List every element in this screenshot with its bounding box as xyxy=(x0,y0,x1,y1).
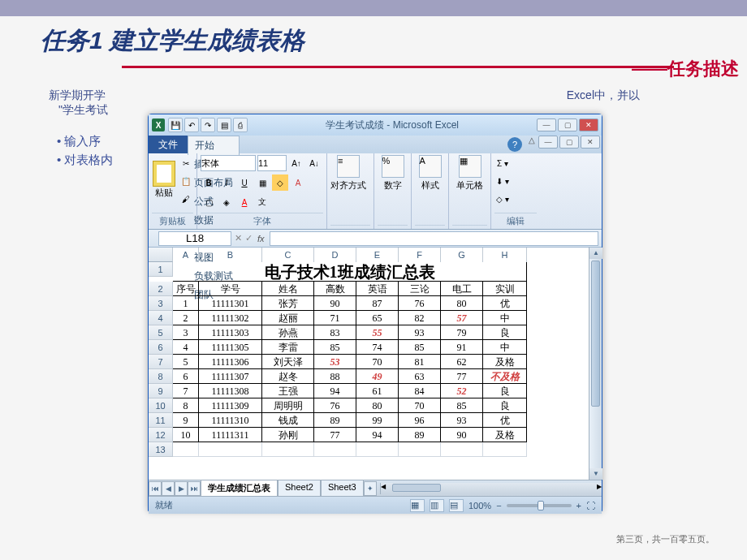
last-sheet-icon[interactable]: ⏭ xyxy=(188,481,201,496)
data-cell[interactable]: 94 xyxy=(314,384,356,398)
data-cell[interactable]: 11111301 xyxy=(199,296,262,311)
normal-view-icon[interactable]: ▦ xyxy=(410,499,425,512)
font-name-select[interactable] xyxy=(201,155,256,171)
data-cell[interactable]: 11111311 xyxy=(199,428,262,442)
header-cell[interactable]: 三论 xyxy=(399,282,441,296)
paste-button[interactable]: 粘贴 xyxy=(152,155,176,204)
fullscreen-icon[interactable]: ⛶ xyxy=(586,501,595,510)
ribbon-tab-0[interactable]: 开始 xyxy=(188,136,240,155)
decrease-font-icon[interactable]: A↓ xyxy=(306,155,322,171)
row-header[interactable]: 3 xyxy=(149,296,173,311)
data-cell[interactable]: 71 xyxy=(314,311,356,325)
clear-icon[interactable]: ◇ ▾ xyxy=(494,191,511,207)
data-cell[interactable]: 11111309 xyxy=(199,398,262,413)
row-header[interactable]: 4 xyxy=(149,311,173,325)
data-cell[interactable]: 85 xyxy=(441,398,483,413)
sheet-tab[interactable]: Sheet3 xyxy=(321,480,364,497)
data-cell[interactable]: 赵冬 xyxy=(262,369,314,384)
data-cell[interactable]: 57 xyxy=(441,311,483,325)
sheet-title-cell[interactable]: 电子技术1班成绩汇总表 xyxy=(173,262,527,282)
data-cell[interactable]: 王强 xyxy=(262,384,314,398)
data-cell[interactable]: 70 xyxy=(356,355,399,369)
header-cell[interactable]: 电工 xyxy=(441,282,483,296)
maximize-button[interactable]: ▢ xyxy=(558,118,577,131)
data-cell[interactable]: 良 xyxy=(483,398,527,413)
data-cell[interactable]: 中 xyxy=(483,340,527,355)
zoom-level[interactable]: 100% xyxy=(468,501,491,510)
select-all-corner[interactable] xyxy=(149,248,173,262)
column-header[interactable]: B xyxy=(199,248,262,262)
bold-button[interactable]: B xyxy=(201,174,217,191)
header-cell[interactable]: 姓名 xyxy=(262,282,314,296)
header-cell[interactable]: 高数 xyxy=(314,282,356,296)
styles-button[interactable]: A样式 xyxy=(415,155,445,192)
data-cell[interactable]: 87 xyxy=(356,296,399,311)
column-header[interactable]: F xyxy=(399,248,441,262)
name-box[interactable] xyxy=(158,231,231,246)
empty-cell[interactable] xyxy=(262,442,314,457)
data-cell[interactable]: 赵丽 xyxy=(262,311,314,325)
data-cell[interactable]: 1 xyxy=(173,296,199,311)
page-break-view-icon[interactable]: ▤ xyxy=(449,499,464,512)
column-header[interactable]: H xyxy=(483,248,527,262)
data-cell[interactable]: 85 xyxy=(314,340,356,355)
copy-icon[interactable]: 📋 xyxy=(178,173,194,189)
border-icon[interactable]: ▦ xyxy=(254,174,270,191)
data-cell[interactable]: 99 xyxy=(356,413,399,428)
data-cell[interactable]: 76 xyxy=(399,296,441,311)
workbook-close-button[interactable]: ✕ xyxy=(581,136,600,149)
minimize-ribbon-icon[interactable]: △ xyxy=(525,136,538,153)
data-cell[interactable]: 70 xyxy=(399,398,441,413)
fx-icon[interactable]: fx xyxy=(257,234,265,243)
row-header[interactable]: 2 xyxy=(149,282,173,296)
zoom-out-icon[interactable]: − xyxy=(496,501,501,510)
data-cell[interactable]: 及格 xyxy=(483,428,527,442)
empty-cell[interactable] xyxy=(399,442,441,457)
fill-icon[interactable]: ◈ xyxy=(218,194,235,210)
row-header[interactable]: 5 xyxy=(149,325,173,340)
row-header[interactable]: 6 xyxy=(149,340,173,355)
italic-button[interactable]: I xyxy=(218,174,235,191)
formula-input[interactable] xyxy=(270,231,598,246)
font-color-dropdown-icon[interactable]: A xyxy=(236,194,253,210)
row-header[interactable]: 8 xyxy=(149,369,173,384)
column-header[interactable]: D xyxy=(314,248,356,262)
data-cell[interactable]: 11111308 xyxy=(199,384,262,398)
page-layout-view-icon[interactable]: ▥ xyxy=(430,499,444,512)
data-cell[interactable]: 61 xyxy=(356,384,399,398)
font-color-icon[interactable]: A xyxy=(290,174,306,191)
data-cell[interactable]: 93 xyxy=(441,413,483,428)
qat-icon[interactable]: ▤ xyxy=(217,118,231,132)
data-cell[interactable]: 5 xyxy=(173,355,199,369)
data-cell[interactable]: 55 xyxy=(356,325,399,340)
workbook-min-button[interactable]: — xyxy=(538,136,558,149)
data-cell[interactable]: 6 xyxy=(173,369,199,384)
format-painter-icon[interactable]: 🖌 xyxy=(178,191,194,207)
data-cell[interactable]: 11111310 xyxy=(199,413,262,428)
data-cell[interactable]: 刘天泽 xyxy=(262,355,314,369)
data-cell[interactable]: 11111303 xyxy=(199,325,262,340)
header-cell[interactable]: 实训 xyxy=(483,282,527,296)
header-cell[interactable]: 序号 xyxy=(173,282,199,296)
data-cell[interactable]: 张芳 xyxy=(262,296,314,311)
row-header[interactable]: 13 xyxy=(149,442,173,457)
autosum-icon[interactable]: Σ ▾ xyxy=(494,155,511,171)
prev-sheet-icon[interactable]: ◀ xyxy=(162,481,175,496)
data-cell[interactable]: 85 xyxy=(399,340,441,355)
data-cell[interactable]: 孙刚 xyxy=(262,428,314,442)
data-cell[interactable]: 80 xyxy=(356,398,399,413)
data-cell[interactable]: 93 xyxy=(399,325,441,340)
titlebar[interactable]: X 💾 ↶ ↷ ▤ ⎙ 学生考试成绩 - Microsoft Excel — ▢… xyxy=(149,114,602,136)
data-cell[interactable]: 李雷 xyxy=(262,340,314,355)
redo-icon[interactable]: ↷ xyxy=(201,118,215,132)
next-sheet-icon[interactable]: ▶ xyxy=(175,481,188,496)
data-cell[interactable]: 77 xyxy=(441,369,483,384)
data-cell[interactable]: 88 xyxy=(314,369,356,384)
row-header[interactable]: 10 xyxy=(149,398,173,413)
data-cell[interactable]: 良 xyxy=(483,384,527,398)
vertical-scrollbar[interactable]: ▲ ▼ xyxy=(589,248,602,480)
data-cell[interactable]: 90 xyxy=(314,296,356,311)
row-header[interactable]: 9 xyxy=(149,384,173,398)
horizontal-scrollbar[interactable]: ◀ ▶ xyxy=(380,483,602,494)
data-cell[interactable]: 63 xyxy=(399,369,441,384)
